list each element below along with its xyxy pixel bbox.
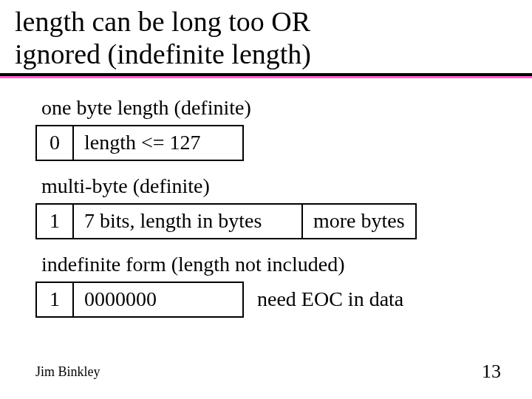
section3-row: 1 0000000 need EOC in data [35,282,497,318]
section3-bit: 1 [35,282,74,318]
section2-bit: 1 [35,203,74,239]
title-line-1: length can be long too OR [15,6,310,37]
section2-caption: multi-byte (definite) [41,173,497,199]
section2-row: 1 7 bits, length in bytes more bytes [35,203,497,239]
slide-body: one byte length (definite) 0 length <= 1… [0,78,532,318]
footer-author: Jim Binkley [35,364,100,380]
section3-side: need EOC in data [244,282,403,318]
section1-bit: 0 [35,125,74,161]
section1-row: 0 length <= 127 [35,125,497,161]
section2-value: 7 bits, length in bytes [74,203,303,239]
section3-value: 0000000 [74,282,244,318]
section2-more: more bytes [303,203,417,239]
title-line-2: ignored (indefinite length) [15,38,311,69]
section1-caption: one byte length (definite) [41,95,497,120]
title-underline [0,73,532,78]
slide-title: length can be long too OR ignored (indef… [0,0,532,73]
section3-caption: indefinite form (length not included) [41,251,497,277]
page-number: 13 [482,361,501,383]
section1-value: length <= 127 [74,125,244,161]
